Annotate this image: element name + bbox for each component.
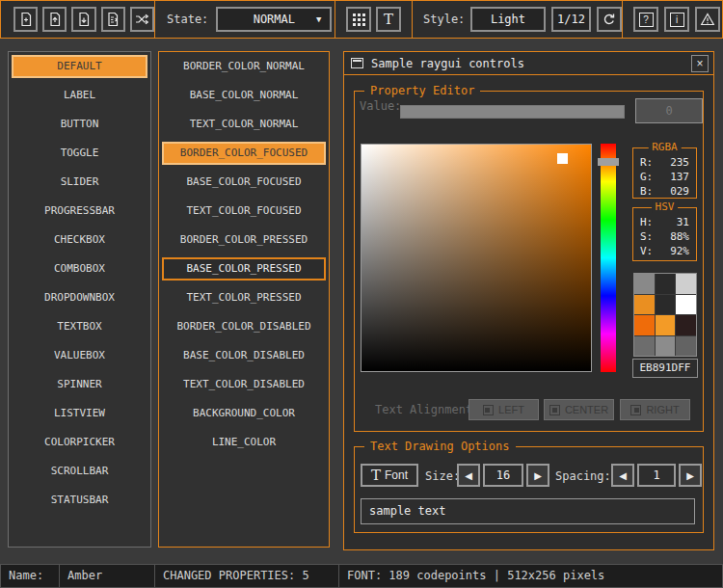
spacing-value-box[interactable]: 1 — [637, 464, 676, 487]
control-item-dropdownbox[interactable]: DROPDOWNBOX — [12, 286, 147, 309]
info-button[interactable]: i — [664, 7, 689, 32]
hue-bar[interactable] — [601, 144, 616, 372]
save-file-icon — [76, 12, 92, 27]
swatch[interactable] — [676, 295, 696, 315]
text-icon: T — [384, 11, 393, 28]
control-item-statusbar[interactable]: STATUSBAR — [12, 489, 147, 512]
value-slider[interactable] — [400, 105, 625, 119]
control-item-colorpicker[interactable]: COLORPICKER — [12, 431, 147, 454]
close-window-button[interactable]: × — [691, 55, 709, 72]
b-label: B: — [640, 184, 653, 199]
save-file-button[interactable] — [71, 7, 95, 32]
color-picker-panel[interactable] — [361, 144, 592, 372]
property-item[interactable]: BORDER_COLOR_PRESSED — [162, 228, 326, 252]
control-item-checkbox[interactable]: CHECKBOX — [12, 228, 147, 252]
control-item-listview[interactable]: LISTVIEW — [12, 402, 147, 425]
spacing-decrease-button[interactable]: ◀ — [611, 464, 634, 487]
align-right-label: RIGHT — [646, 404, 679, 415]
size-decrease-button[interactable]: ◀ — [457, 464, 480, 487]
size-increase-button[interactable]: ▶ — [526, 464, 549, 487]
color-picker-cursor[interactable] — [557, 153, 568, 164]
property-item[interactable]: BORDER_COLOR_DISABLED — [162, 315, 326, 338]
control-item-textbox[interactable]: TEXTBOX — [12, 315, 147, 338]
property-item[interactable]: BASE_COLOR_FOCUSED — [162, 171, 326, 194]
swatch[interactable] — [656, 336, 676, 357]
font-T-icon: T — [371, 467, 381, 484]
swatch[interactable] — [656, 315, 676, 335]
swatch[interactable] — [634, 295, 655, 315]
color-swatches — [633, 273, 697, 357]
sample-controls-window: Sample raygui controls × Property Editor… — [343, 51, 714, 550]
value-box[interactable]: 0 — [635, 98, 703, 123]
style-combobox[interactable]: Light — [470, 7, 545, 32]
property-item[interactable]: TEXT_COLOR_NORMAL — [162, 113, 326, 136]
control-item-default[interactable]: DEFAULT — [12, 55, 147, 78]
style-name-input[interactable]: Amber — [59, 564, 155, 588]
rgba-group: RGBA R: 235 G: 137 B: 029 — [632, 147, 697, 199]
font-preview-button[interactable]: T — [376, 7, 401, 32]
swatch[interactable] — [656, 295, 676, 315]
control-item-progressbar[interactable]: PROGRESSBAR — [12, 200, 147, 223]
align-center-button[interactable]: CENTER — [544, 399, 614, 420]
control-item-toggle[interactable]: TOGGLE — [12, 142, 147, 165]
style-name-label: Name: — [0, 564, 60, 588]
control-item-combobox[interactable]: COMBOBOX — [12, 257, 147, 281]
property-item-selected[interactable]: BORDER_COLOR_FOCUSED — [162, 142, 326, 165]
help-button[interactable]: ? — [633, 7, 658, 32]
control-item-label[interactable]: LABEL — [12, 84, 147, 107]
issue-report-button[interactable] — [695, 7, 720, 32]
swatch[interactable] — [656, 274, 676, 294]
control-item-spinner[interactable]: SPINNER — [12, 373, 147, 396]
swatch[interactable] — [676, 274, 696, 294]
window-icon — [351, 58, 363, 68]
swatch[interactable] — [676, 336, 696, 357]
property-item[interactable]: TEXT_COLOR_FOCUSED — [162, 200, 326, 223]
swatch[interactable] — [676, 315, 696, 335]
open-file-icon — [47, 12, 63, 27]
r-label: R: — [640, 155, 653, 170]
property-item[interactable]: LINE_COLOR — [162, 431, 326, 454]
window-titlebar[interactable]: Sample raygui controls × — [344, 52, 713, 75]
property-item[interactable]: BACKGROUND_COLOR — [162, 402, 326, 425]
control-item-valuebox[interactable]: VALUEBOX — [12, 344, 147, 367]
align-left-button[interactable]: LEFT — [469, 399, 539, 420]
control-item-button[interactable]: BUTTON — [12, 113, 147, 136]
style-table-button[interactable] — [346, 7, 371, 32]
text-drawing-options-title: Text Drawing Options — [364, 440, 516, 453]
style-index-button[interactable]: 1/12 — [551, 7, 592, 32]
align-left-icon — [483, 405, 494, 415]
swatch[interactable] — [634, 336, 655, 357]
toolbar-file-section — [1, 1, 155, 38]
random-style-button[interactable] — [130, 7, 154, 32]
reload-style-button[interactable] — [597, 7, 622, 32]
property-item-focused[interactable]: BASE_COLOR_PRESSED — [162, 257, 326, 281]
state-dropdown[interactable]: NORMAL ▼ — [216, 7, 332, 32]
property-item[interactable]: TEXT_COLOR_DISABLED — [162, 373, 326, 396]
properties-list: BORDER_COLOR_NORMAL BASE_COLOR_NORMAL TE… — [158, 51, 330, 548]
new-file-icon — [18, 12, 34, 27]
property-item[interactable]: BORDER_COLOR_NORMAL — [162, 55, 326, 78]
swatch[interactable] — [634, 315, 655, 335]
control-item-slider[interactable]: SLIDER — [12, 171, 147, 194]
chevron-down-icon: ▼ — [316, 14, 321, 24]
g-value: 137 — [670, 170, 689, 184]
size-value-box[interactable]: 16 — [483, 464, 523, 487]
spacing-increase-button[interactable]: ▶ — [679, 464, 702, 487]
property-item[interactable]: BASE_COLOR_NORMAL — [162, 84, 326, 107]
sample-text-input[interactable]: sample text — [361, 498, 695, 524]
property-item[interactable]: TEXT_COLOR_PRESSED — [162, 286, 326, 309]
shuffle-icon — [134, 12, 149, 27]
open-file-button[interactable] — [42, 7, 67, 32]
s-value: 88% — [670, 229, 689, 244]
align-right-button[interactable]: RIGHT — [620, 399, 690, 420]
hue-bar-handle[interactable] — [598, 158, 619, 166]
export-file-button[interactable] — [101, 7, 125, 32]
hsv-row-s: S: 88% — [633, 229, 696, 244]
align-left-label: LEFT — [498, 404, 524, 415]
swatch[interactable] — [634, 274, 655, 294]
hex-value-box[interactable]: EB891DFF — [632, 359, 698, 378]
control-item-scrollbar[interactable]: SCROLLBAR — [12, 460, 147, 483]
new-file-button[interactable] — [13, 7, 38, 32]
font-button[interactable]: T Font — [361, 464, 418, 487]
property-item[interactable]: BASE_COLOR_DISABLED — [162, 344, 326, 367]
